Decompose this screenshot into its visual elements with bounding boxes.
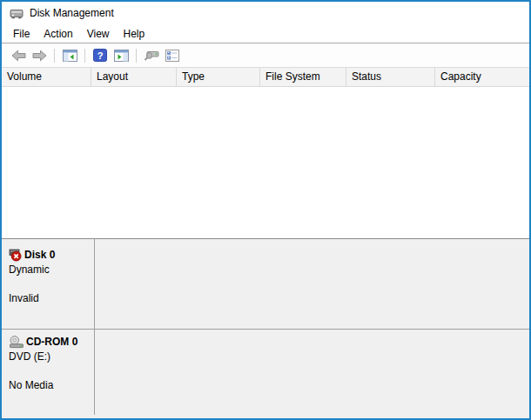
toolbar-separator: [54, 49, 55, 63]
column-header-file-system[interactable]: File System: [260, 68, 346, 86]
disk-management-icon: [10, 6, 24, 20]
column-header-status[interactable]: Status: [346, 68, 435, 86]
action-pane-toggle-icon: [114, 50, 129, 62]
cdrom-drive-icon: [9, 336, 24, 349]
disk0-label-cell[interactable]: Disk 0 Dynamic Invalid: [2, 239, 95, 329]
console-tree-toggle-icon: [63, 50, 77, 62]
help-icon: ?: [93, 49, 107, 62]
cdrom0-label-cell[interactable]: CD-ROM 0 DVD (E:) No Media: [2, 330, 95, 415]
action-pane-toggle-button[interactable]: [111, 46, 131, 65]
list-settings-icon: [165, 50, 179, 62]
disk-graphical-pane: Disk 0 Dynamic Invalid: [2, 238, 529, 415]
volume-list-header: Volume Layout Type File System Status Ca…: [2, 68, 529, 87]
disk0-graph-area[interactable]: [95, 239, 529, 329]
titlebar: Disk Management: [2, 2, 529, 24]
console-tree-toggle-button[interactable]: [59, 46, 80, 65]
invalid-disk-icon: [9, 249, 23, 262]
cdrom0-name: CD-ROM 0: [26, 335, 77, 350]
disk-row-disk0: Disk 0 Dynamic Invalid: [2, 239, 529, 330]
cdrom0-subtitle: DVD (E:): [9, 350, 91, 364]
spacer: [9, 364, 91, 378]
cdrom0-graph-area[interactable]: [95, 330, 529, 415]
window-bottom-strip: [2, 415, 529, 418]
toolbar: ?: [2, 43, 529, 68]
list-settings-button[interactable]: [162, 46, 183, 65]
rescan-disks-button[interactable]: [141, 46, 162, 65]
disk0-name: Disk 0: [24, 248, 55, 263]
disk-management-window: Disk Management File Action View Help: [0, 0, 531, 420]
forward-button[interactable]: [29, 46, 50, 65]
disk0-title: Disk 0: [9, 248, 91, 263]
spacer: [9, 277, 91, 291]
menu-action[interactable]: Action: [37, 26, 79, 42]
toolbar-separator: [136, 49, 137, 63]
disk-row-cdrom0: CD-ROM 0 DVD (E:) No Media: [2, 330, 529, 415]
column-header-type[interactable]: Type: [177, 68, 260, 86]
back-arrow-icon: [11, 50, 26, 62]
cdrom0-status: No Media: [9, 378, 91, 393]
back-button[interactable]: [8, 46, 29, 65]
column-header-layout[interactable]: Layout: [91, 68, 177, 86]
window-title: Disk Management: [30, 7, 114, 19]
menu-help[interactable]: Help: [117, 26, 152, 42]
menu-file[interactable]: File: [6, 26, 37, 42]
help-button[interactable]: ?: [90, 46, 111, 65]
cdrom0-title: CD-ROM 0: [9, 335, 91, 350]
menu-view[interactable]: View: [80, 26, 117, 42]
disk0-subtitle: Dynamic: [9, 263, 91, 277]
forward-arrow-icon: [32, 50, 47, 62]
volume-list-body[interactable]: [2, 87, 529, 238]
svg-text:?: ?: [97, 50, 104, 61]
column-header-capacity[interactable]: Capacity: [435, 68, 529, 86]
disk0-status: Invalid: [9, 291, 91, 306]
rescan-disks-icon: [144, 49, 159, 62]
toolbar-separator: [84, 49, 85, 63]
menu-bar: File Action View Help: [2, 24, 529, 43]
column-header-volume[interactable]: Volume: [2, 68, 91, 86]
